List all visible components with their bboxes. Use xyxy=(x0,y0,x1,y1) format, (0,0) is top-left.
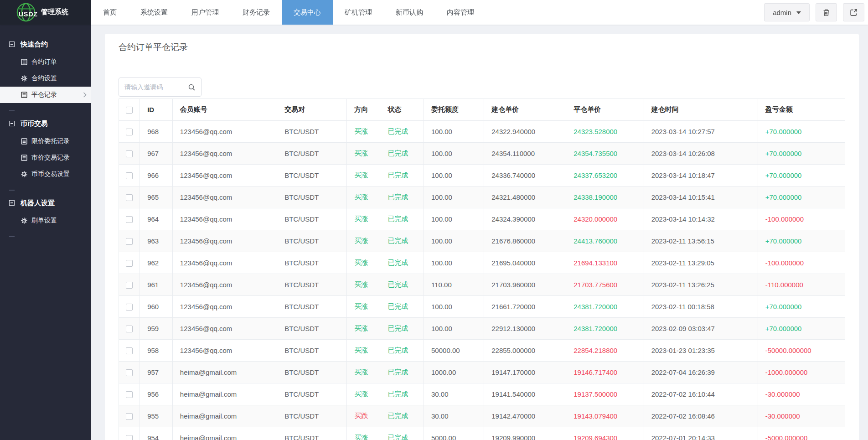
sidebar-divider xyxy=(9,190,15,191)
column-header-status: 状态 xyxy=(380,99,424,121)
row-checkbox[interactable] xyxy=(126,260,133,267)
brand-logo: USDZ 管理系统 xyxy=(0,0,91,25)
column-header-profit: 盈亏金额 xyxy=(758,99,845,121)
sidebar-item-contract-settings[interactable]: 合约设置 xyxy=(0,70,91,87)
brand-suffix: 管理系统 xyxy=(41,8,68,16)
cell-account: 123456@qq.com xyxy=(172,296,277,318)
row-checkbox[interactable] xyxy=(126,435,133,440)
cell-account: 123456@qq.com xyxy=(172,340,277,362)
cell-account: 123456@qq.com xyxy=(172,318,277,340)
cell-id: 962 xyxy=(140,252,173,274)
sidebar-item-label: 合约设置 xyxy=(31,74,57,83)
sidebar-item-contract-order[interactable]: 合约订单 xyxy=(0,54,91,70)
column-header-open-price: 建仓单价 xyxy=(484,99,566,121)
nav-item-user-management[interactable]: 用户管理 xyxy=(180,0,231,25)
nav-item-finance-records[interactable]: 财务记录 xyxy=(231,0,282,25)
cell-checkbox xyxy=(119,274,140,296)
top-nav: 首页 系统设置 用户管理 财务记录 交易中心 矿机管理 新币认购 内容管理 xyxy=(91,0,486,25)
sidebar-section-header-quick-contract[interactable]: 快速合约 xyxy=(0,35,91,54)
row-checkbox[interactable] xyxy=(126,326,133,332)
sidebar-divider xyxy=(9,236,15,237)
cell-open-time: 2022-07-01 20:14:33 xyxy=(644,427,758,440)
cell-account: heima@gmail.com xyxy=(172,427,277,440)
gear-icon xyxy=(21,217,27,224)
cell-open-price: 21695.040000 xyxy=(484,252,566,274)
row-checkbox[interactable] xyxy=(126,129,133,135)
row-checkbox[interactable] xyxy=(126,216,133,223)
cell-amount: 100.00 xyxy=(424,121,484,143)
row-checkbox[interactable] xyxy=(126,238,133,245)
cell-open-time: 2023-02-11 13:29:05 xyxy=(644,252,758,274)
nav-item-trade-center[interactable]: 交易中心 xyxy=(282,0,333,25)
table-header-row: ID 会员账号 交易对 方向 状态 委托额度 建仓单价 平仓单价 建仓时间 盈亏… xyxy=(119,99,845,121)
cell-pair: BTC/USDT xyxy=(277,340,347,362)
trash-button[interactable] xyxy=(816,3,837,21)
cell-status: 已完成 xyxy=(380,405,424,427)
sidebar: 快速合约 合约订单 合约设置 平仓记录 xyxy=(0,25,91,440)
sidebar-item-market-trade-records[interactable]: 市价交易记录 xyxy=(0,150,91,166)
topbar: USDZ 管理系统 首页 系统设置 用户管理 财务记录 交易中心 矿机管理 新币… xyxy=(0,0,868,25)
cell-profit: -5000.000000 xyxy=(758,427,845,440)
sidebar-section-header-coin-trade[interactable]: 币币交易 xyxy=(0,114,91,133)
cell-profit: +70.000000 xyxy=(758,186,845,208)
table-row: 957 heima@gmail.com BTC/USDT 买涨 已完成 1000… xyxy=(119,362,845,383)
cell-account: 123456@qq.com xyxy=(172,252,277,274)
cell-direction: 买涨 xyxy=(347,252,380,274)
cell-close-price: 24320.000000 xyxy=(566,208,644,230)
sidebar-section-label: 快速合约 xyxy=(21,40,48,49)
row-checkbox[interactable] xyxy=(126,413,133,420)
nav-item-content-management[interactable]: 内容管理 xyxy=(435,0,486,25)
cell-checkbox xyxy=(119,165,140,186)
nav-item-miner-management[interactable]: 矿机管理 xyxy=(333,0,384,25)
cell-open-price: 22912.130000 xyxy=(484,318,566,340)
logout-button[interactable] xyxy=(843,3,864,21)
table-row: 959 123456@qq.com BTC/USDT 买涨 已完成 100.00… xyxy=(119,318,845,340)
row-checkbox[interactable] xyxy=(126,347,133,354)
cell-pair: BTC/USDT xyxy=(277,362,347,383)
row-checkbox[interactable] xyxy=(126,391,133,398)
row-checkbox[interactable] xyxy=(126,194,133,201)
cell-direction: 买涨 xyxy=(347,383,380,405)
nav-item-new-coin-subscribe[interactable]: 新币认购 xyxy=(384,0,435,25)
cell-close-price: 19143.079400 xyxy=(566,405,644,427)
invite-code-search-input[interactable] xyxy=(124,83,188,91)
cell-pair: BTC/USDT xyxy=(277,318,347,340)
cell-status: 已完成 xyxy=(380,230,424,252)
cell-profit: -30.000000 xyxy=(758,383,845,405)
select-all-checkbox[interactable] xyxy=(126,107,133,114)
table-row: 955 heima@gmail.com BTC/USDT 买跌 已完成 30.0… xyxy=(119,405,845,427)
sidebar-item-coin-trade-settings[interactable]: 币币交易设置 xyxy=(0,166,91,182)
cell-account: 123456@qq.com xyxy=(172,230,277,252)
sidebar-section-robot-settings: 机器人设置 刷单设置 xyxy=(0,193,91,237)
sidebar-item-close-position-records[interactable]: 平仓记录 xyxy=(0,87,91,103)
nav-item-system-settings[interactable]: 系统设置 xyxy=(129,0,180,25)
cell-account: 123456@qq.com xyxy=(172,274,277,296)
cell-open-price: 24321.480000 xyxy=(484,186,566,208)
cell-pair: BTC/USDT xyxy=(277,165,347,186)
collapse-minus-icon xyxy=(9,41,15,47)
search-icon[interactable] xyxy=(188,83,196,91)
row-checkbox[interactable] xyxy=(126,369,133,376)
row-checkbox[interactable] xyxy=(126,304,133,311)
cell-amount: 100.00 xyxy=(424,208,484,230)
user-menu-button[interactable]: admin xyxy=(764,3,810,21)
cell-pair: BTC/USDT xyxy=(277,230,347,252)
cell-amount: 100.00 xyxy=(424,165,484,186)
row-checkbox[interactable] xyxy=(126,172,133,179)
row-checkbox[interactable] xyxy=(126,150,133,157)
caret-down-icon xyxy=(796,11,801,16)
cell-open-price: 22855.000000 xyxy=(484,340,566,362)
sidebar-item-limit-order-records[interactable]: 限价委托记录 xyxy=(0,133,91,150)
nav-item-home[interactable]: 首页 xyxy=(91,0,129,25)
cell-close-price: 24413.760000 xyxy=(566,230,644,252)
table-row: 968 123456@qq.com BTC/USDT 买涨 已完成 100.00… xyxy=(119,121,845,143)
cell-profit: -100.000000 xyxy=(758,208,845,230)
cell-profit: -50000.000000 xyxy=(758,340,845,362)
row-checkbox[interactable] xyxy=(126,282,133,289)
cell-direction: 买涨 xyxy=(347,362,380,383)
cell-open-price: 24336.740000 xyxy=(484,165,566,186)
sidebar-section-header-robot-settings[interactable]: 机器人设置 xyxy=(0,193,91,212)
cell-pair: BTC/USDT xyxy=(277,383,347,405)
sidebar-item-label: 合约订单 xyxy=(31,58,57,66)
sidebar-item-brush-order-settings[interactable]: 刷单设置 xyxy=(0,212,91,229)
